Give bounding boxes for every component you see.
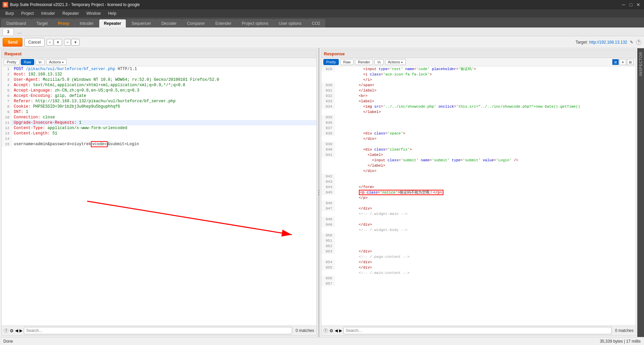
- tab-project-options[interactable]: Project options: [237, 19, 273, 27]
- resp-line-946: 946: [321, 200, 636, 206]
- resp-line-934: 934 <img src='../../inc/showcode.php' on…: [321, 104, 636, 109]
- status-text: Done: [3, 339, 13, 344]
- resp-line-937: 937: [321, 125, 636, 131]
- req-line-7: 7 Referer: http://192.168.13.132/pikachu…: [2, 99, 316, 104]
- request-newline-btn[interactable]: \n: [36, 59, 45, 65]
- resp-line-939: 939: [321, 141, 636, 147]
- tab-sequencer[interactable]: Sequencer: [126, 19, 156, 27]
- req-line-12: 12 Content-Type: application/x-www-form-…: [2, 125, 316, 131]
- request-toolbar: Pretty Raw \n Actions ▾: [2, 58, 316, 66]
- tab-comparer[interactable]: Comparer: [182, 19, 210, 27]
- resp-line-947b: <!-- /.widget-main -->: [321, 211, 636, 217]
- req-line-3: 3 User-Agent: Mozilla/5.0 (Windows NT 10…: [2, 77, 316, 82]
- tab-decoder[interactable]: Decoder: [156, 19, 181, 27]
- resp-line-932: 932 <br>: [321, 93, 636, 99]
- response-search-help[interactable]: ?: [323, 328, 328, 333]
- tab-user-options[interactable]: User options: [274, 19, 306, 27]
- nav-forward-button[interactable]: >: [64, 39, 71, 46]
- sub-tab-more[interactable]: …: [14, 28, 24, 36]
- req-line-13: 13 Content-Length: 51: [2, 131, 316, 136]
- response-code-area[interactable]: 929 <input type='text' name='code' place…: [321, 66, 636, 326]
- req-line-2: 2 Host: 192.168.13.132: [2, 72, 316, 77]
- view-toggle-vertical[interactable]: ≡: [620, 59, 626, 65]
- panel-divider[interactable]: [318, 48, 320, 337]
- tab-repeater[interactable]: Repeater: [99, 19, 126, 27]
- view-toggle-split[interactable]: ⊞: [612, 59, 619, 65]
- toolbar: Send Cancel < ▼ > ▼ Target: http://192.1…: [0, 36, 644, 48]
- request-raw-btn[interactable]: Raw: [21, 59, 34, 65]
- nav-forward2-button[interactable]: ▼: [71, 39, 79, 46]
- req-line-6: 6 Accept-Encoding: gzip, deflate: [2, 93, 316, 99]
- req-line-14: 14: [2, 136, 316, 141]
- response-panel: Response Pretty Raw Render \n Actions ▾ …: [321, 50, 636, 336]
- resp-line-941c: </label>: [321, 163, 636, 168]
- resp-line-949a: 949 </div>: [321, 222, 636, 227]
- edit-icon[interactable]: ✎: [630, 40, 633, 45]
- close-button[interactable]: ✕: [635, 2, 641, 8]
- request-search-input[interactable]: [24, 327, 292, 334]
- response-raw-btn[interactable]: Raw: [340, 59, 354, 65]
- request-search-help[interactable]: ?: [4, 328, 8, 333]
- help-icon[interactable]: ?: [636, 40, 641, 45]
- request-search-prev[interactable]: ◀: [15, 328, 18, 333]
- minimize-button[interactable]: ─: [621, 2, 627, 8]
- menu-burp[interactable]: Burp: [2, 10, 17, 16]
- request-matches: 0 matches: [296, 328, 314, 333]
- response-pretty-btn[interactable]: Pretty: [323, 59, 339, 65]
- nav-back-button[interactable]: <: [47, 39, 53, 46]
- response-newline-btn[interactable]: \n: [374, 59, 383, 65]
- tab-co2[interactable]: CO2: [307, 19, 325, 27]
- nav-back2-button[interactable]: ▼: [54, 39, 62, 46]
- send-button[interactable]: Send: [3, 38, 22, 47]
- req-line-15: 15 username=admin&password=oiuytrekvcode…: [2, 141, 316, 147]
- resp-line-929c: </i>: [321, 77, 636, 82]
- tab-proxy[interactable]: Proxy: [53, 19, 74, 27]
- resp-line-950: 950: [321, 233, 636, 238]
- request-search-next[interactable]: ▶: [19, 328, 22, 333]
- tab-extender[interactable]: Extender: [210, 19, 236, 27]
- resp-line-929a: 929 <input type='text' name='code' place…: [321, 66, 636, 72]
- resp-line-956: 956: [321, 276, 636, 281]
- request-code-area[interactable]: 1 POST /pikachu/vul/burteforce/bf_server…: [2, 66, 316, 326]
- resp-line-943: 943: [321, 179, 636, 184]
- cancel-button[interactable]: Cancel: [24, 38, 44, 47]
- inspector-label: INSPECTOR: [639, 52, 643, 76]
- resp-line-942: 942: [321, 174, 636, 179]
- tab-dashboard[interactable]: Dashboard: [1, 19, 31, 27]
- resp-line-941a: 941 <label>: [321, 152, 636, 158]
- tab-intruder[interactable]: Intruder: [74, 19, 98, 27]
- resp-line-951: 951: [321, 238, 636, 243]
- response-search-input[interactable]: [343, 327, 612, 334]
- menu-repeater[interactable]: Repeater: [59, 10, 82, 16]
- response-search-settings[interactable]: ⚙: [329, 328, 333, 333]
- request-title: Request: [2, 50, 316, 58]
- request-search-bar: ? ⚙ ◀ ▶ 0 matches: [2, 326, 316, 335]
- resp-line-936: 936: [321, 120, 636, 125]
- tab-target[interactable]: Target: [32, 19, 53, 27]
- target-url[interactable]: http://192.168.13.132: [589, 40, 627, 45]
- view-toggle-horizontal[interactable]: ⊟: [627, 59, 634, 65]
- request-actions-btn[interactable]: Actions ▾: [46, 59, 67, 65]
- menu-window[interactable]: Window: [83, 10, 104, 16]
- status-info: 35,339 bytes | 17 millis: [600, 339, 641, 344]
- req-line-11: 11 Upgrade-Insecure-Requests: 1: [2, 120, 316, 125]
- request-pretty-btn[interactable]: Pretty: [4, 59, 19, 65]
- request-search-settings[interactable]: ⚙: [10, 328, 14, 333]
- sub-tab-bar: 3 …: [0, 27, 644, 36]
- menu-intruder[interactable]: Intruder: [38, 10, 58, 16]
- response-render-btn[interactable]: Render: [355, 59, 373, 65]
- menu-project[interactable]: Project: [18, 10, 37, 16]
- sub-tab-3[interactable]: 3: [3, 28, 14, 35]
- resp-line-934b: </label>: [321, 109, 636, 115]
- resp-line-938b: </div>: [321, 136, 636, 141]
- resp-line-931: 931 </label>: [321, 88, 636, 93]
- response-actions-btn[interactable]: Actions ▾: [385, 59, 406, 65]
- resp-line-957: 957: [321, 281, 636, 286]
- window-title: Burp Suite Professional v2021.3 - Tempor…: [10, 2, 140, 7]
- maximize-button[interactable]: □: [628, 2, 634, 8]
- status-bar: Done 35,339 bytes | 17 millis: [0, 337, 644, 345]
- menu-help[interactable]: Help: [105, 10, 120, 16]
- resp-line-952: 952: [321, 243, 636, 249]
- response-search-next[interactable]: ▶: [339, 328, 342, 333]
- response-search-prev[interactable]: ◀: [335, 328, 338, 333]
